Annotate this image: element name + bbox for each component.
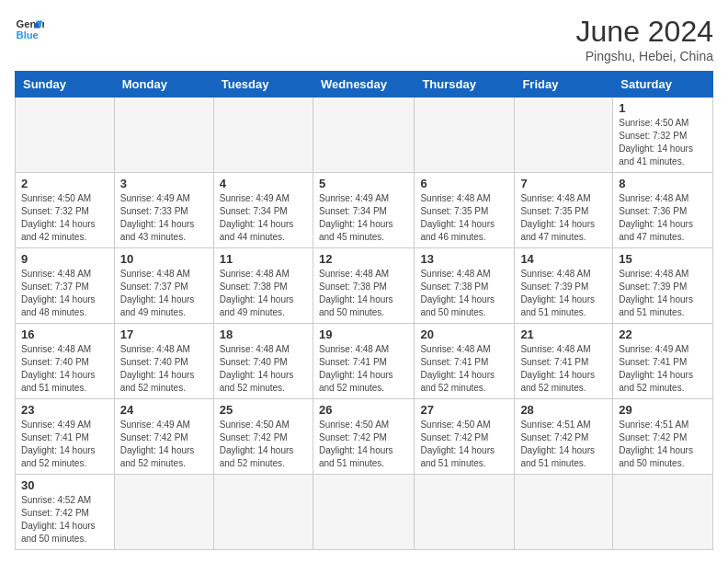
calendar-cell — [16, 98, 115, 173]
calendar-cell: 23Sunrise: 4:49 AM Sunset: 7:41 PM Dayli… — [16, 399, 115, 475]
day-number: 4 — [220, 177, 307, 190]
day-number: 3 — [120, 177, 208, 190]
day-number: 30 — [21, 478, 108, 492]
calendar-week-2: 9Sunrise: 4:48 AM Sunset: 7:37 PM Daylig… — [16, 248, 713, 324]
calendar-cell — [114, 475, 213, 550]
day-info: Sunrise: 4:48 AM Sunset: 7:39 PM Dayligh… — [619, 268, 707, 319]
day-info: Sunrise: 4:49 AM Sunset: 7:41 PM Dayligh… — [21, 419, 108, 470]
calendar-cell: 18Sunrise: 4:48 AM Sunset: 7:40 PM Dayli… — [213, 324, 313, 399]
day-number: 8 — [619, 177, 707, 190]
day-number: 6 — [420, 177, 508, 190]
calendar-cell: 27Sunrise: 4:50 AM Sunset: 7:42 PM Dayli… — [415, 399, 515, 475]
calendar-cell: 19Sunrise: 4:48 AM Sunset: 7:41 PM Dayli… — [313, 324, 414, 399]
calendar-cell: 30Sunrise: 4:52 AM Sunset: 7:42 PM Dayli… — [16, 475, 115, 550]
calendar-cell: 1Sunrise: 4:50 AM Sunset: 7:32 PM Daylig… — [613, 98, 713, 173]
day-number: 7 — [520, 177, 607, 190]
day-number: 2 — [21, 177, 108, 190]
calendar-cell: 2Sunrise: 4:50 AM Sunset: 7:32 PM Daylig… — [16, 173, 115, 248]
day-info: Sunrise: 4:49 AM Sunset: 7:41 PM Dayligh… — [619, 343, 707, 395]
day-number: 15 — [619, 252, 707, 266]
day-info: Sunrise: 4:48 AM Sunset: 7:38 PM Dayligh… — [319, 268, 408, 319]
calendar-cell — [313, 475, 414, 550]
day-info: Sunrise: 4:48 AM Sunset: 7:41 PM Dayligh… — [520, 343, 607, 395]
calendar-cell: 17Sunrise: 4:48 AM Sunset: 7:40 PM Dayli… — [114, 324, 213, 399]
day-info: Sunrise: 4:48 AM Sunset: 7:37 PM Dayligh… — [21, 268, 108, 319]
day-info: Sunrise: 4:48 AM Sunset: 7:38 PM Dayligh… — [420, 268, 508, 319]
day-info: Sunrise: 4:50 AM Sunset: 7:42 PM Dayligh… — [319, 419, 408, 470]
calendar-week-5: 30Sunrise: 4:52 AM Sunset: 7:42 PM Dayli… — [16, 475, 713, 550]
day-number: 12 — [319, 252, 408, 266]
logo: General Blue — [15, 15, 44, 44]
svg-text:Blue: Blue — [17, 29, 39, 40]
day-number: 22 — [619, 327, 707, 341]
calendar-cell: 28Sunrise: 4:51 AM Sunset: 7:42 PM Dayli… — [515, 399, 613, 475]
calendar-cell — [515, 98, 613, 173]
calendar-cell: 5Sunrise: 4:49 AM Sunset: 7:34 PM Daylig… — [313, 173, 414, 248]
day-info: Sunrise: 4:49 AM Sunset: 7:42 PM Dayligh… — [120, 419, 208, 470]
calendar-cell — [415, 98, 515, 173]
calendar-cell — [213, 98, 313, 173]
calendar-cell: 14Sunrise: 4:48 AM Sunset: 7:39 PM Dayli… — [515, 248, 613, 324]
calendar-cell: 21Sunrise: 4:48 AM Sunset: 7:41 PM Dayli… — [515, 324, 613, 399]
day-number: 28 — [520, 403, 607, 417]
day-number: 24 — [120, 403, 208, 417]
day-info: Sunrise: 4:48 AM Sunset: 7:38 PM Dayligh… — [220, 268, 307, 319]
day-number: 14 — [520, 252, 607, 266]
day-info: Sunrise: 4:51 AM Sunset: 7:42 PM Dayligh… — [619, 419, 707, 470]
day-info: Sunrise: 4:49 AM Sunset: 7:34 PM Dayligh… — [319, 192, 408, 244]
calendar-cell — [114, 98, 213, 173]
day-info: Sunrise: 4:48 AM Sunset: 7:37 PM Dayligh… — [120, 268, 208, 319]
day-info: Sunrise: 4:48 AM Sunset: 7:41 PM Dayligh… — [319, 343, 408, 395]
day-info: Sunrise: 4:48 AM Sunset: 7:40 PM Dayligh… — [21, 343, 108, 395]
calendar-cell — [313, 98, 414, 173]
day-number: 17 — [120, 327, 208, 341]
header-saturday: Saturday — [613, 72, 713, 98]
day-number: 5 — [319, 177, 408, 190]
calendar-week-0: 1Sunrise: 4:50 AM Sunset: 7:32 PM Daylig… — [16, 98, 713, 173]
calendar-week-3: 16Sunrise: 4:48 AM Sunset: 7:40 PM Dayli… — [16, 324, 713, 399]
calendar-cell — [213, 475, 313, 550]
header: General Blue June 2024 Pingshu, Hebei, C… — [15, 15, 713, 63]
calendar-cell: 8Sunrise: 4:48 AM Sunset: 7:36 PM Daylig… — [613, 173, 713, 248]
day-info: Sunrise: 4:48 AM Sunset: 7:40 PM Dayligh… — [120, 343, 208, 395]
calendar-cell: 9Sunrise: 4:48 AM Sunset: 7:37 PM Daylig… — [16, 248, 115, 324]
day-info: Sunrise: 4:50 AM Sunset: 7:32 PM Dayligh… — [619, 117, 707, 168]
logo-icon: General Blue — [15, 15, 44, 44]
day-info: Sunrise: 4:50 AM Sunset: 7:42 PM Dayligh… — [420, 419, 508, 470]
calendar-cell: 7Sunrise: 4:48 AM Sunset: 7:35 PM Daylig… — [515, 173, 613, 248]
header-sunday: Sunday — [16, 72, 115, 98]
calendar-cell: 25Sunrise: 4:50 AM Sunset: 7:42 PM Dayli… — [213, 399, 313, 475]
calendar-cell: 13Sunrise: 4:48 AM Sunset: 7:38 PM Dayli… — [415, 248, 515, 324]
day-info: Sunrise: 4:51 AM Sunset: 7:42 PM Dayligh… — [520, 419, 607, 470]
subtitle: Pingshu, Hebei, China — [576, 49, 713, 63]
day-info: Sunrise: 4:48 AM Sunset: 7:35 PM Dayligh… — [420, 192, 508, 244]
calendar-week-4: 23Sunrise: 4:49 AM Sunset: 7:41 PM Dayli… — [16, 399, 713, 475]
day-info: Sunrise: 4:48 AM Sunset: 7:40 PM Dayligh… — [220, 343, 307, 395]
header-wednesday: Wednesday — [313, 72, 414, 98]
day-info: Sunrise: 4:49 AM Sunset: 7:33 PM Dayligh… — [120, 192, 208, 244]
header-tuesday: Tuesday — [213, 72, 313, 98]
day-info: Sunrise: 4:48 AM Sunset: 7:36 PM Dayligh… — [619, 192, 707, 244]
calendar-cell: 15Sunrise: 4:48 AM Sunset: 7:39 PM Dayli… — [613, 248, 713, 324]
day-number: 1 — [619, 101, 707, 115]
day-info: Sunrise: 4:52 AM Sunset: 7:42 PM Dayligh… — [21, 494, 108, 546]
calendar-header-row: Sunday Monday Tuesday Wednesday Thursday… — [16, 72, 713, 98]
day-number: 27 — [420, 403, 508, 417]
day-number: 25 — [220, 403, 307, 417]
header-thursday: Thursday — [415, 72, 515, 98]
calendar-cell: 4Sunrise: 4:49 AM Sunset: 7:34 PM Daylig… — [213, 173, 313, 248]
day-number: 23 — [21, 403, 108, 417]
day-number: 18 — [220, 327, 307, 341]
title-area: June 2024 Pingshu, Hebei, China — [576, 15, 713, 63]
calendar-cell: 20Sunrise: 4:48 AM Sunset: 7:41 PM Dayli… — [415, 324, 515, 399]
calendar-cell: 10Sunrise: 4:48 AM Sunset: 7:37 PM Dayli… — [114, 248, 213, 324]
calendar-cell: 6Sunrise: 4:48 AM Sunset: 7:35 PM Daylig… — [415, 173, 515, 248]
day-number: 11 — [220, 252, 307, 266]
day-number: 29 — [619, 403, 707, 417]
day-number: 20 — [420, 327, 508, 341]
day-number: 21 — [520, 327, 607, 341]
day-info: Sunrise: 4:48 AM Sunset: 7:39 PM Dayligh… — [520, 268, 607, 319]
day-number: 16 — [21, 327, 108, 341]
calendar-week-1: 2Sunrise: 4:50 AM Sunset: 7:32 PM Daylig… — [16, 173, 713, 248]
calendar-cell: 11Sunrise: 4:48 AM Sunset: 7:38 PM Dayli… — [213, 248, 313, 324]
